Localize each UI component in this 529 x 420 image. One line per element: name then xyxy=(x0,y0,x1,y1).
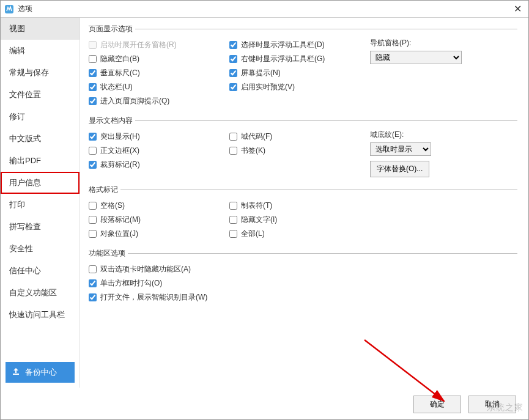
legend-doc-content: 显示文档内容 xyxy=(89,116,135,126)
legend-page-display: 页面显示选项 xyxy=(89,24,135,34)
chk-all[interactable]: 全部(L) xyxy=(229,227,370,241)
chk-field-code[interactable]: 域代码(F) xyxy=(229,130,370,144)
ok-button[interactable]: 确定 xyxy=(413,396,461,413)
sidebar-item-user-info[interactable]: 用户信息 xyxy=(1,172,80,194)
chk-live-preview[interactable]: 启用实时预览(V) xyxy=(229,80,370,94)
close-icon[interactable]: ✕ xyxy=(510,2,525,17)
group-page-display: 页面显示选项 启动时展开任务窗格(R) 隐藏空白(B) 垂直标尺(C) 状态栏(… xyxy=(89,24,517,109)
chk-highlight[interactable]: 突出显示(H) xyxy=(89,130,229,144)
sidebar-item-export-pdf[interactable]: 输出PDF xyxy=(1,150,80,172)
sidebar-item-view[interactable]: 视图 xyxy=(1,18,80,40)
group-format-marks: 格式标记 空格(S) 段落标记(M) 对象位置(J) 制表符(T) 隐藏文字(I… xyxy=(89,185,517,242)
group-ribbon: 功能区选项 双击选项卡时隐藏功能区(A) 单击方框时打勾(O) 打开文件，展示智… xyxy=(89,248,517,306)
chk-click-box-check[interactable]: 单击方框时打勾(O) xyxy=(89,276,517,290)
sidebar-item-general-save[interactable]: 常规与保存 xyxy=(1,62,80,84)
sidebar: 视图 编辑 常规与保存 文件位置 修订 中文版式 输出PDF 用户信息 打印 拼… xyxy=(1,18,80,388)
sidebar-item-trust-center[interactable]: 信任中心 xyxy=(1,260,80,282)
window-title: 选项 xyxy=(18,4,510,14)
chk-header-footer-hint[interactable]: 进入页眉页脚提示(Q) xyxy=(89,94,229,108)
chk-object-position[interactable]: 对象位置(J) xyxy=(89,227,229,241)
field-shade-select[interactable]: 选取时显示 xyxy=(370,142,431,156)
chk-tab[interactable]: 制表符(T) xyxy=(229,199,370,213)
sidebar-item-edit[interactable]: 编辑 xyxy=(1,40,80,62)
sidebar-item-file-location[interactable]: 文件位置 xyxy=(1,84,80,106)
sidebar-item-security[interactable]: 安全性 xyxy=(1,238,80,260)
chk-hidden-text[interactable]: 隐藏文字(I) xyxy=(229,213,370,227)
field-shade-label: 域底纹(E): xyxy=(370,130,517,140)
chk-vertical-ruler[interactable]: 垂直标尺(C) xyxy=(89,66,229,80)
backup-label: 备份中心 xyxy=(25,367,57,378)
nav-pane-select[interactable]: 隐藏 xyxy=(370,51,462,64)
chk-task-pane: 启动时展开任务窗格(R) xyxy=(89,38,229,52)
footer: 确定 取消 xyxy=(413,396,516,413)
titlebar: 选项 ✕ xyxy=(1,1,528,18)
chk-crop-marks[interactable]: 裁剪标记(R) xyxy=(89,158,229,172)
main: 视图 编辑 常规与保存 文件位置 修订 中文版式 输出PDF 用户信息 打印 拼… xyxy=(1,18,528,388)
sidebar-item-print[interactable]: 打印 xyxy=(1,194,80,216)
cancel-button[interactable]: 取消 xyxy=(468,396,516,413)
chk-screen-tips[interactable]: 屏幕提示(N) xyxy=(229,66,370,80)
chk-rightclick-float-toolbar[interactable]: 右键时显示浮动工具栏(G) xyxy=(229,52,370,66)
chk-text-border[interactable]: 正文边框(X) xyxy=(89,144,229,158)
chk-paragraph[interactable]: 段落标记(M) xyxy=(89,213,229,227)
chk-space[interactable]: 空格(S) xyxy=(89,199,229,213)
legend-format-marks: 格式标记 xyxy=(89,185,120,195)
sidebar-item-custom-ribbon[interactable]: 自定义功能区 xyxy=(1,282,80,304)
chk-status-bar[interactable]: 状态栏(U) xyxy=(89,80,229,94)
chk-open-file-smart-toc[interactable]: 打开文件，展示智能识别目录(W) xyxy=(89,290,517,304)
chk-hide-blank[interactable]: 隐藏空白(B) xyxy=(89,52,229,66)
backup-center-button[interactable]: 备份中心 xyxy=(6,362,75,383)
sidebar-item-chinese-layout[interactable]: 中文版式 xyxy=(1,128,80,150)
sidebar-item-revision[interactable]: 修订 xyxy=(1,106,80,128)
backup-icon xyxy=(12,367,20,378)
chk-dblclick-hide-ribbon[interactable]: 双击选项卡时隐藏功能区(A) xyxy=(89,262,517,276)
nav-pane-label: 导航窗格(P): xyxy=(370,38,517,48)
sidebar-item-quick-access[interactable]: 快速访问工具栏 xyxy=(1,304,80,326)
chk-select-float-toolbar[interactable]: 选择时显示浮动工具栏(D) xyxy=(229,38,370,52)
content: 页面显示选项 启动时展开任务窗格(R) 隐藏空白(B) 垂直标尺(C) 状态栏(… xyxy=(80,18,528,388)
legend-ribbon: 功能区选项 xyxy=(89,248,128,259)
sidebar-item-spellcheck[interactable]: 拼写检查 xyxy=(1,216,80,238)
sidebar-scroll: 视图 编辑 常规与保存 文件位置 修订 中文版式 输出PDF 用户信息 打印 拼… xyxy=(1,18,80,357)
app-logo-icon xyxy=(4,4,14,14)
group-doc-content: 显示文档内容 突出显示(H) 正文边框(X) 裁剪标记(R) 域代码(F) 书签… xyxy=(89,116,517,179)
font-replace-button[interactable]: 字体替换(O)... xyxy=(370,161,429,177)
chk-bookmark[interactable]: 书签(K) xyxy=(229,144,370,158)
